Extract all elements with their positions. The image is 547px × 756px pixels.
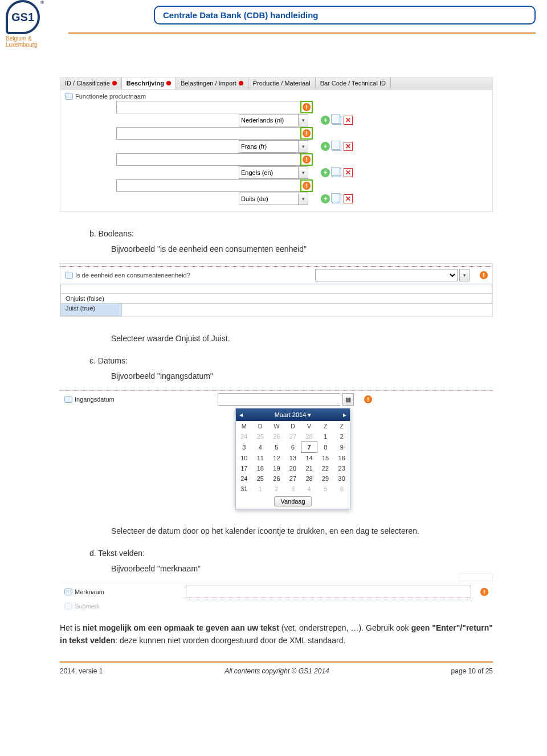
productname-input[interactable] [116,127,301,140]
calendar-dow: M [236,421,252,431]
calendar-day[interactable]: 13 [285,453,301,464]
add-icon[interactable]: + [321,116,330,125]
delete-icon[interactable]: ✕ [344,142,353,151]
calendar-day[interactable]: 28 [301,473,317,484]
copy-icon[interactable] [332,116,341,125]
boolean-select[interactable] [315,269,458,281]
dropdown-option[interactable]: Onjuist (false) [60,294,492,304]
comment-icon [64,603,72,610]
merknaam-input[interactable] [186,586,471,598]
calendar-day[interactable]: 27 [285,473,301,484]
productname-input[interactable] [116,101,301,113]
calendar-day[interactable]: 14 [301,453,317,464]
calendar-icon[interactable]: ▦ [342,393,354,406]
error-dot-icon [239,81,243,85]
add-icon[interactable]: + [321,142,330,151]
calendar-day[interactable]: 26 [268,431,285,442]
calendar-month[interactable]: Maart 2014 ▾ [275,411,312,419]
calendar-day[interactable]: 19 [268,463,285,473]
error-icon: ! [303,103,311,111]
calendar-day[interactable]: 24 [236,431,252,442]
calendar-day[interactable]: 1 [252,484,269,494]
calendar-day[interactable]: 1 [317,431,334,442]
productname-input[interactable] [116,153,301,166]
calendar-day[interactable]: 28 [301,431,317,442]
copy-icon[interactable] [332,168,341,177]
calendar-day[interactable]: 24 [236,473,252,484]
language-input[interactable] [239,166,299,179]
add-icon[interactable]: + [321,194,330,203]
calendar-day[interactable]: 21 [301,463,317,473]
calendar-day[interactable]: 15 [317,453,334,464]
calendar-day[interactable]: 5 [268,442,285,453]
dropdown-option[interactable] [60,284,492,294]
dropdown-icon[interactable]: ▾ [298,193,308,205]
calendar-day[interactable]: 18 [252,463,269,473]
calendar-day[interactable]: 4 [301,484,317,494]
copy-icon[interactable] [332,194,341,203]
dropdown-icon[interactable]: ▾ [298,140,308,153]
calendar-day[interactable]: 2 [268,484,285,494]
language-input[interactable] [239,193,299,205]
calendar-day[interactable]: 3 [285,484,301,494]
calendar-today-button[interactable]: Vandaag [274,496,311,506]
calendar-day[interactable]: 8 [317,442,334,453]
calendar-day[interactable]: 7 [301,442,317,453]
calendar-day[interactable]: 6 [285,442,301,453]
calendar-day[interactable]: 29 [317,473,334,484]
error-icon: ! [303,182,311,190]
error-icon: ! [303,129,311,137]
add-icon[interactable]: + [321,168,330,177]
calendar-day[interactable]: 30 [333,473,350,484]
tab-belastingen-import[interactable]: Belastingen / Import [176,77,248,89]
productname-input[interactable] [116,179,301,192]
calendar-day[interactable]: 4 [252,442,269,453]
calendar-next[interactable]: ▸ [343,411,346,419]
language-input[interactable] [239,140,299,153]
calendar-day[interactable]: 26 [268,473,285,484]
gs1-logo: GS1® Belgium & Luxembourg [6,0,60,40]
delete-icon[interactable]: ✕ [344,194,353,203]
tab-bar-code-technical-id[interactable]: Bar Code / Technical ID [316,77,391,89]
dropdown-icon[interactable]: ▾ [298,114,308,126]
date-input[interactable] [218,393,340,406]
calendar-day[interactable]: 3 [236,442,252,453]
note-paragraph: Het is niet mogelijk om een opmaak te ge… [60,622,493,647]
screenshot-description-tab: ID / ClassificatieBeschrijvingBelastinge… [60,77,493,212]
calendar-popup: ◂ Maart 2014 ▾ ▸ MDWDVZZ 242526272812345… [235,408,350,509]
calendar-dow: Z [333,421,350,431]
calendar-day[interactable]: 27 [285,431,301,442]
screenshot-textfield: Merknaam ! Submerk [60,583,493,612]
calendar-day[interactable]: 5 [317,484,334,494]
calendar-day[interactable]: 10 [236,453,252,464]
calendar-day[interactable]: 9 [333,442,350,453]
calendar-day[interactable]: 31 [236,484,252,494]
submerk-label: Submerk [75,603,100,610]
calendar-day[interactable]: 2 [333,431,350,442]
tab-id-classificatie[interactable]: ID / Classificatie [60,77,122,89]
tab-productie-materiaal[interactable]: Productie / Materiaal [248,77,316,89]
dropdown-option[interactable]: Juist (true) [60,304,122,316]
delete-icon[interactable]: ✕ [344,168,353,177]
delete-icon[interactable]: ✕ [344,116,353,125]
calendar-day[interactable]: 16 [333,453,350,464]
calendar-day[interactable]: 25 [252,473,269,484]
error-dot-icon [112,81,117,85]
calendar-day[interactable]: 25 [252,431,269,442]
footer-center: All contents copyright © GS1 2014 [224,667,329,675]
calendar-day[interactable]: 20 [285,463,301,473]
calendar-day[interactable]: 17 [236,463,252,473]
calendar-dow: D [252,421,269,431]
calendar-day[interactable]: 12 [268,453,285,464]
calendar-dow: Z [317,421,334,431]
calendar-day[interactable]: 6 [333,484,350,494]
dropdown-icon[interactable]: ▾ [459,269,470,281]
calendar-day[interactable]: 23 [333,463,350,473]
tab-beschrijving[interactable]: Beschrijving [122,77,176,89]
dropdown-icon[interactable]: ▾ [298,166,308,179]
language-input[interactable] [239,114,299,126]
copy-icon[interactable] [332,142,341,151]
calendar-prev[interactable]: ◂ [239,411,243,419]
calendar-day[interactable]: 11 [252,453,269,464]
calendar-day[interactable]: 22 [317,463,334,473]
